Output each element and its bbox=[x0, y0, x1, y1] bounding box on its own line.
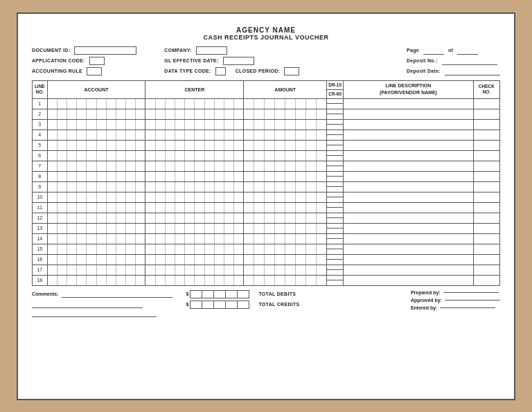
center-sub-cell[interactable] bbox=[234, 234, 243, 244]
amount-sub-cell[interactable] bbox=[317, 109, 326, 119]
account-sub-cell[interactable] bbox=[67, 276, 77, 285]
center-sub-cell[interactable] bbox=[224, 151, 234, 161]
account-sub-cell[interactable] bbox=[87, 141, 96, 150]
account-sub-cell[interactable] bbox=[77, 234, 87, 244]
center-sub-cell[interactable] bbox=[145, 99, 155, 109]
account-sub-cell[interactable] bbox=[97, 120, 107, 129]
account-sub-cell[interactable] bbox=[107, 203, 116, 213]
center-sub-cell[interactable] bbox=[145, 265, 155, 275]
center-sub-cell[interactable] bbox=[205, 161, 215, 171]
center-sub-cell[interactable] bbox=[195, 99, 204, 109]
cell-line-description[interactable] bbox=[344, 275, 474, 285]
account-sub-cell[interactable] bbox=[67, 130, 77, 140]
account-sub-cell[interactable] bbox=[57, 192, 67, 202]
account-sub-cell[interactable] bbox=[116, 255, 126, 265]
amount-sub-cell[interactable] bbox=[265, 213, 275, 223]
account-sub-cell[interactable] bbox=[67, 244, 77, 254]
account-sub-cell[interactable] bbox=[57, 276, 67, 285]
center-sub-cell[interactable] bbox=[224, 265, 234, 275]
center-sub-cell[interactable] bbox=[234, 99, 243, 109]
center-sub-cell[interactable] bbox=[166, 265, 175, 275]
account-sub-cell[interactable] bbox=[87, 151, 96, 161]
account-sub-cell[interactable] bbox=[136, 244, 145, 254]
cell-dr-cr[interactable] bbox=[327, 202, 344, 213]
center-sub-cell[interactable] bbox=[145, 203, 155, 213]
center-sub-cell[interactable] bbox=[145, 224, 155, 233]
account-sub-cell[interactable] bbox=[107, 120, 116, 129]
account-sub-cell[interactable] bbox=[87, 234, 96, 244]
amount-sub-cell[interactable] bbox=[244, 182, 254, 192]
cell-dr[interactable] bbox=[327, 213, 343, 219]
cell-cr[interactable] bbox=[327, 104, 343, 109]
amount-sub-cell[interactable] bbox=[296, 224, 306, 233]
center-sub-cell[interactable] bbox=[175, 234, 185, 244]
amount-sub-cell[interactable] bbox=[265, 130, 275, 140]
center-sub-cell[interactable] bbox=[166, 276, 175, 285]
account-sub-cell[interactable] bbox=[87, 172, 96, 181]
center-sub-cell[interactable] bbox=[215, 234, 224, 244]
center-sub-cell[interactable] bbox=[166, 203, 175, 213]
center-sub-cell[interactable] bbox=[156, 99, 166, 109]
account-sub-cell[interactable] bbox=[107, 265, 116, 275]
account-sub-cell[interactable] bbox=[48, 151, 57, 161]
account-sub-cell[interactable] bbox=[107, 141, 116, 150]
center-sub-cell[interactable] bbox=[195, 203, 204, 213]
center-sub-cell[interactable] bbox=[215, 99, 224, 109]
amount-sub-cell[interactable] bbox=[275, 182, 285, 192]
center-sub-cell[interactable] bbox=[156, 120, 166, 129]
center-sub-cell[interactable] bbox=[185, 99, 195, 109]
amount-sub-cell[interactable] bbox=[275, 276, 285, 285]
cell-center[interactable] bbox=[145, 150, 244, 161]
amount-sub-cell[interactable] bbox=[306, 99, 317, 109]
cell-cr[interactable] bbox=[327, 125, 343, 129]
cell-line-description[interactable] bbox=[344, 202, 474, 213]
center-sub-cell[interactable] bbox=[185, 224, 195, 233]
cell-account[interactable] bbox=[47, 244, 145, 254]
center-sub-cell[interactable] bbox=[185, 120, 195, 129]
center-sub-cell[interactable] bbox=[166, 109, 175, 119]
account-sub-cell[interactable] bbox=[57, 234, 67, 244]
amount-sub-cell[interactable] bbox=[254, 130, 265, 140]
account-sub-cell[interactable] bbox=[116, 109, 126, 119]
cell-amount[interactable] bbox=[244, 233, 327, 244]
center-sub-cell[interactable] bbox=[195, 151, 204, 161]
center-sub-cell[interactable] bbox=[234, 141, 243, 150]
account-sub-cell[interactable] bbox=[116, 244, 126, 254]
amount-sub-cell[interactable] bbox=[244, 151, 254, 161]
account-sub-cell[interactable] bbox=[77, 244, 87, 254]
cell-dr[interactable] bbox=[327, 99, 343, 105]
center-sub-cell[interactable] bbox=[175, 130, 185, 140]
deposit-no-input[interactable] bbox=[442, 57, 497, 65]
account-sub-cell[interactable] bbox=[126, 213, 136, 223]
center-sub-cell[interactable] bbox=[234, 255, 243, 265]
cell-dr[interactable] bbox=[327, 130, 343, 136]
cell-line-description[interactable] bbox=[344, 192, 474, 202]
account-sub-cell[interactable] bbox=[48, 172, 57, 181]
account-sub-cell[interactable] bbox=[107, 192, 116, 202]
center-sub-cell[interactable] bbox=[156, 192, 166, 202]
account-sub-cell[interactable] bbox=[57, 161, 67, 171]
account-sub-cell[interactable] bbox=[136, 224, 145, 233]
amount-sub-cell[interactable] bbox=[254, 161, 265, 171]
amount-sub-cell[interactable] bbox=[244, 109, 254, 119]
cell-amount[interactable] bbox=[244, 161, 327, 171]
center-sub-cell[interactable] bbox=[234, 151, 243, 161]
center-sub-cell[interactable] bbox=[234, 130, 243, 140]
center-sub-cell[interactable] bbox=[224, 109, 234, 119]
account-sub-cell[interactable] bbox=[77, 203, 87, 213]
center-sub-cell[interactable] bbox=[185, 244, 195, 254]
amount-sub-cell[interactable] bbox=[285, 161, 296, 171]
account-sub-cell[interactable] bbox=[107, 234, 116, 244]
amount-sub-cell[interactable] bbox=[244, 99, 254, 109]
center-sub-cell[interactable] bbox=[145, 130, 155, 140]
amount-sub-cell[interactable] bbox=[275, 120, 285, 129]
amount-sub-cell[interactable] bbox=[317, 151, 326, 161]
cell-line-description[interactable] bbox=[344, 129, 474, 140]
center-sub-cell[interactable] bbox=[175, 99, 185, 109]
cell-dr[interactable] bbox=[327, 141, 343, 146]
center-sub-cell[interactable] bbox=[145, 172, 155, 181]
center-sub-cell[interactable] bbox=[175, 120, 185, 129]
cell-line-description[interactable] bbox=[344, 161, 474, 171]
cell-account[interactable] bbox=[47, 140, 145, 150]
cell-dr-cr[interactable] bbox=[327, 244, 344, 254]
